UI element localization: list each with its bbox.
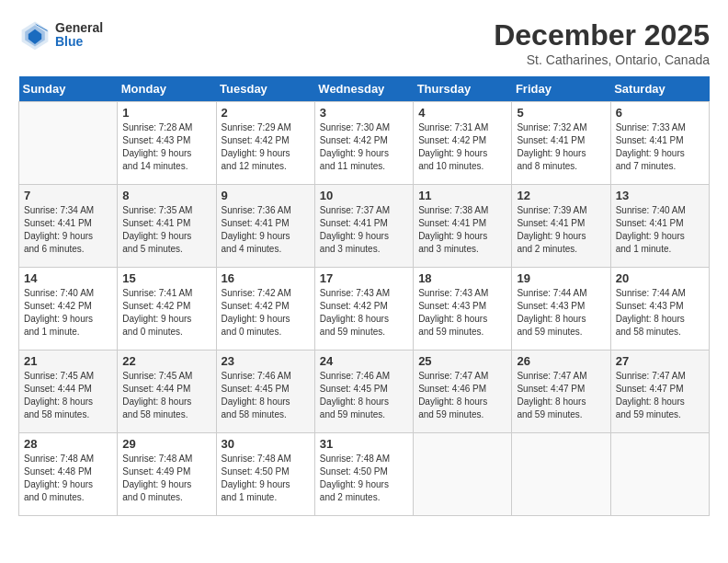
day-info: Sunrise: 7:44 AM Sunset: 4:43 PM Dayligh… (517, 287, 605, 339)
day-info: Sunrise: 7:39 AM Sunset: 4:41 PM Dayligh… (517, 204, 605, 256)
calendar-cell: 13Sunrise: 7:40 AM Sunset: 4:41 PM Dayli… (610, 185, 709, 268)
day-info: Sunrise: 7:43 AM Sunset: 4:43 PM Dayligh… (418, 287, 506, 339)
day-number: 8 (122, 189, 210, 202)
day-number: 26 (517, 354, 605, 368)
day-info: Sunrise: 7:37 AM Sunset: 4:41 PM Dayligh… (320, 204, 408, 256)
day-header-friday: Friday (512, 76, 610, 102)
day-number: 19 (517, 271, 605, 285)
day-number: 10 (320, 189, 408, 202)
day-number: 30 (222, 437, 310, 451)
day-number: 9 (222, 189, 310, 202)
day-number: 23 (222, 354, 310, 368)
day-header-row: SundayMondayTuesdayWednesdayThursdayFrid… (19, 76, 710, 102)
calendar-cell: 27Sunrise: 7:47 AM Sunset: 4:47 PM Dayli… (610, 350, 709, 433)
day-number: 29 (122, 437, 210, 451)
day-info: Sunrise: 7:40 AM Sunset: 4:42 PM Dayligh… (24, 287, 112, 339)
calendar-body: 1Sunrise: 7:28 AM Sunset: 4:43 PM Daylig… (19, 102, 710, 516)
calendar-cell: 29Sunrise: 7:48 AM Sunset: 4:49 PM Dayli… (118, 433, 216, 516)
calendar-cell: 19Sunrise: 7:44 AM Sunset: 4:43 PM Dayli… (512, 268, 610, 350)
day-header-saturday: Saturday (610, 76, 709, 102)
page-header: General Blue December 2025 St. Catharine… (18, 18, 710, 67)
day-number: 28 (24, 437, 112, 451)
calendar-cell: 10Sunrise: 7:37 AM Sunset: 4:41 PM Dayli… (314, 185, 413, 268)
day-number: 17 (320, 271, 408, 285)
calendar-cell (414, 433, 512, 516)
calendar-week-3: 21Sunrise: 7:45 AM Sunset: 4:44 PM Dayli… (19, 350, 710, 433)
calendar-week-0: 1Sunrise: 7:28 AM Sunset: 4:43 PM Daylig… (19, 102, 710, 185)
day-header-sunday: Sunday (19, 76, 118, 102)
day-info: Sunrise: 7:43 AM Sunset: 4:42 PM Dayligh… (320, 287, 408, 339)
day-number: 7 (24, 189, 112, 202)
calendar-cell: 6Sunrise: 7:33 AM Sunset: 4:41 PM Daylig… (610, 102, 709, 185)
calendar-cell: 1Sunrise: 7:28 AM Sunset: 4:43 PM Daylig… (118, 102, 216, 185)
day-number: 2 (222, 106, 310, 120)
calendar-cell (19, 102, 118, 185)
day-info: Sunrise: 7:41 AM Sunset: 4:42 PM Dayligh… (122, 287, 210, 339)
calendar-cell: 25Sunrise: 7:47 AM Sunset: 4:46 PM Dayli… (414, 350, 512, 433)
day-info: Sunrise: 7:47 AM Sunset: 4:47 PM Dayligh… (616, 370, 704, 421)
day-number: 22 (122, 354, 210, 368)
calendar-week-2: 14Sunrise: 7:40 AM Sunset: 4:42 PM Dayli… (19, 268, 710, 350)
day-info: Sunrise: 7:48 AM Sunset: 4:48 PM Dayligh… (24, 453, 112, 504)
logo: General Blue (18, 18, 103, 52)
day-header-wednesday: Wednesday (314, 76, 413, 102)
day-number: 20 (616, 271, 704, 285)
calendar-cell: 9Sunrise: 7:36 AM Sunset: 4:41 PM Daylig… (216, 185, 314, 268)
day-info: Sunrise: 7:36 AM Sunset: 4:41 PM Dayligh… (222, 204, 310, 256)
calendar-cell: 15Sunrise: 7:41 AM Sunset: 4:42 PM Dayli… (118, 268, 216, 350)
day-info: Sunrise: 7:28 AM Sunset: 4:43 PM Dayligh… (122, 121, 210, 173)
day-info: Sunrise: 7:42 AM Sunset: 4:42 PM Dayligh… (222, 287, 310, 339)
day-info: Sunrise: 7:38 AM Sunset: 4:41 PM Dayligh… (418, 204, 506, 256)
logo-line1: General (55, 21, 103, 35)
day-number: 31 (320, 437, 408, 451)
day-info: Sunrise: 7:44 AM Sunset: 4:43 PM Dayligh… (616, 287, 704, 339)
day-info: Sunrise: 7:46 AM Sunset: 4:45 PM Dayligh… (222, 370, 310, 421)
day-number: 18 (418, 271, 506, 285)
day-info: Sunrise: 7:40 AM Sunset: 4:41 PM Dayligh… (616, 204, 704, 256)
calendar-cell: 30Sunrise: 7:48 AM Sunset: 4:50 PM Dayli… (216, 433, 314, 516)
day-number: 11 (418, 189, 506, 202)
calendar-cell: 3Sunrise: 7:30 AM Sunset: 4:42 PM Daylig… (314, 102, 413, 185)
calendar-cell: 14Sunrise: 7:40 AM Sunset: 4:42 PM Dayli… (19, 268, 118, 350)
day-info: Sunrise: 7:47 AM Sunset: 4:46 PM Dayligh… (418, 370, 506, 421)
day-info: Sunrise: 7:48 AM Sunset: 4:50 PM Dayligh… (222, 453, 310, 504)
day-info: Sunrise: 7:46 AM Sunset: 4:45 PM Dayligh… (320, 370, 408, 421)
day-number: 15 (122, 271, 210, 285)
title-area: December 2025 St. Catharines, Ontario, C… (494, 18, 710, 67)
day-info: Sunrise: 7:32 AM Sunset: 4:41 PM Dayligh… (517, 121, 605, 173)
calendar-cell: 4Sunrise: 7:31 AM Sunset: 4:42 PM Daylig… (414, 102, 512, 185)
day-info: Sunrise: 7:30 AM Sunset: 4:42 PM Dayligh… (320, 121, 408, 173)
calendar-cell (512, 433, 610, 516)
day-number: 24 (320, 354, 408, 368)
calendar-cell: 18Sunrise: 7:43 AM Sunset: 4:43 PM Dayli… (414, 268, 512, 350)
calendar-week-1: 7Sunrise: 7:34 AM Sunset: 4:41 PM Daylig… (19, 185, 710, 268)
day-info: Sunrise: 7:33 AM Sunset: 4:41 PM Dayligh… (616, 121, 704, 173)
calendar-cell: 12Sunrise: 7:39 AM Sunset: 4:41 PM Dayli… (512, 185, 610, 268)
day-number: 6 (616, 106, 704, 120)
day-info: Sunrise: 7:45 AM Sunset: 4:44 PM Dayligh… (122, 370, 210, 421)
day-number: 1 (122, 106, 210, 120)
day-header-tuesday: Tuesday (216, 76, 314, 102)
calendar-cell: 23Sunrise: 7:46 AM Sunset: 4:45 PM Dayli… (216, 350, 314, 433)
day-number: 4 (418, 106, 506, 120)
calendar-cell: 17Sunrise: 7:43 AM Sunset: 4:42 PM Dayli… (314, 268, 413, 350)
calendar-cell: 2Sunrise: 7:29 AM Sunset: 4:42 PM Daylig… (216, 102, 314, 185)
day-info: Sunrise: 7:34 AM Sunset: 4:41 PM Dayligh… (24, 204, 112, 256)
day-info: Sunrise: 7:31 AM Sunset: 4:42 PM Dayligh… (418, 121, 506, 173)
calendar-cell (610, 433, 709, 516)
logo-icon (18, 18, 51, 52)
calendar-cell: 22Sunrise: 7:45 AM Sunset: 4:44 PM Dayli… (118, 350, 216, 433)
calendar-cell: 21Sunrise: 7:45 AM Sunset: 4:44 PM Dayli… (19, 350, 118, 433)
day-number: 25 (418, 354, 506, 368)
day-info: Sunrise: 7:45 AM Sunset: 4:44 PM Dayligh… (24, 370, 112, 421)
calendar-cell: 24Sunrise: 7:46 AM Sunset: 4:45 PM Dayli… (314, 350, 413, 433)
day-header-monday: Monday (118, 76, 216, 102)
calendar-cell: 28Sunrise: 7:48 AM Sunset: 4:48 PM Dayli… (19, 433, 118, 516)
calendar-cell: 8Sunrise: 7:35 AM Sunset: 4:41 PM Daylig… (118, 185, 216, 268)
day-info: Sunrise: 7:48 AM Sunset: 4:50 PM Dayligh… (320, 453, 408, 504)
day-info: Sunrise: 7:35 AM Sunset: 4:41 PM Dayligh… (122, 204, 210, 256)
day-info: Sunrise: 7:47 AM Sunset: 4:47 PM Dayligh… (517, 370, 605, 421)
day-number: 13 (616, 189, 704, 202)
day-number: 12 (517, 189, 605, 202)
month-title: December 2025 (494, 18, 710, 52)
